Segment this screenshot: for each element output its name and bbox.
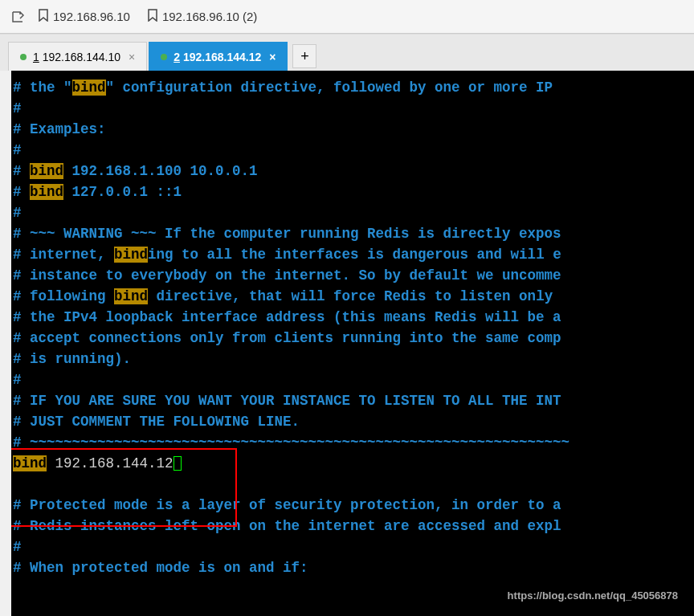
- close-icon[interactable]: ×: [269, 51, 276, 63]
- cursor-icon: [174, 456, 182, 471]
- tab-number: 1: [33, 51, 39, 63]
- tab-number: 2: [174, 51, 180, 63]
- gutter: [0, 71, 11, 616]
- tab-1[interactable]: 1 192.168.144.10 ×: [8, 42, 147, 71]
- bookmark-label: 192.168.96.10: [53, 10, 130, 23]
- bookmark-label: 192.168.96.10 (2): [162, 10, 257, 23]
- tab-label: 192.168.144.12: [183, 51, 261, 63]
- tab-label: 192.168.144.10: [43, 51, 120, 63]
- highlight-bind: bind: [30, 163, 63, 179]
- highlight-bind: bind: [72, 80, 106, 96]
- highlight-bind: bind: [13, 455, 47, 471]
- export-icon[interactable]: [8, 7, 27, 27]
- highlight-bind: bind: [114, 247, 148, 263]
- terminal-content[interactable]: # the "bind" configuration directive, fo…: [0, 71, 694, 616]
- bookmark-icon: [147, 9, 158, 25]
- bookmark-1[interactable]: 192.168.96.10: [31, 9, 137, 25]
- watermark: https://blog.csdn.net/qq_45056878: [508, 585, 678, 606]
- highlight-bind: bind: [114, 288, 148, 304]
- status-dot-icon: [20, 54, 27, 60]
- status-dot-icon: [161, 54, 167, 60]
- bookmark-2[interactable]: 192.168.96.10 (2): [141, 9, 263, 25]
- highlight-bind: bind: [30, 184, 63, 200]
- bookmark-icon: [38, 9, 49, 25]
- close-icon[interactable]: ×: [129, 51, 135, 63]
- tab-2[interactable]: 2 192.168.144.12 ×: [149, 42, 288, 71]
- add-tab-button[interactable]: +: [292, 44, 316, 68]
- bind-address: 192.168.144.12: [47, 455, 174, 471]
- toolbar: 192.168.96.10 192.168.96.10 (2): [0, 0, 694, 34]
- tab-bar: 1 192.168.144.10 × 2 192.168.144.12 × +: [0, 34, 694, 71]
